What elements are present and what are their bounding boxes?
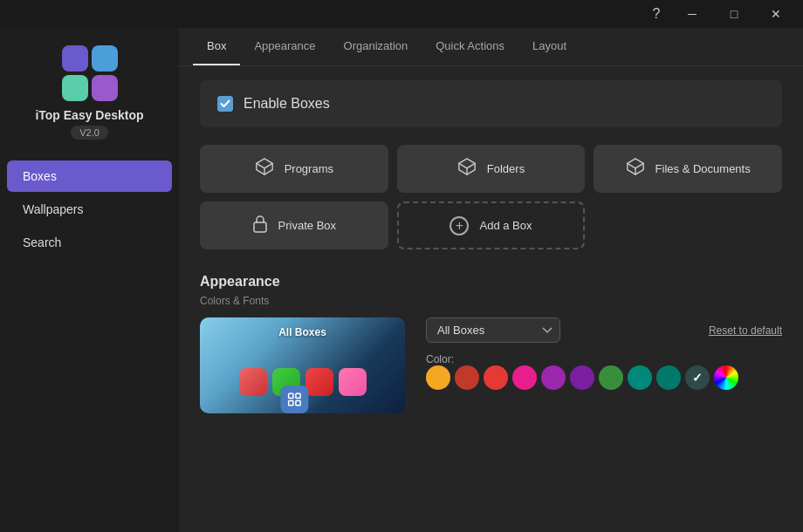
preview-card: All Boxes bbox=[200, 317, 405, 413]
main-layout: iTop Easy Desktop V2.0 Boxes Wallpapers … bbox=[0, 28, 803, 532]
svg-rect-0 bbox=[254, 222, 266, 232]
maximize-button[interactable]: □ bbox=[714, 0, 754, 28]
tab-appearance[interactable]: Appearance bbox=[240, 28, 329, 65]
color-swatch-pink[interactable] bbox=[512, 365, 537, 390]
enable-boxes-checkbox[interactable] bbox=[217, 96, 233, 112]
add-box-button[interactable]: + Add a Box bbox=[397, 201, 586, 249]
enable-boxes-card: Enable Boxes bbox=[200, 80, 782, 127]
help-button[interactable]: ? bbox=[642, 0, 670, 28]
content-area: Box Appearance Organization Quick Action… bbox=[179, 28, 803, 532]
plus-icon: + bbox=[450, 216, 469, 235]
appearance-title: Appearance bbox=[200, 274, 782, 290]
programs-label: Programs bbox=[285, 162, 333, 175]
color-row: Color: bbox=[426, 353, 782, 390]
color-swatch-teal-dark[interactable] bbox=[656, 365, 681, 390]
color-label: Color: bbox=[426, 353, 782, 365]
sidebar-item-boxes-label: Boxes bbox=[23, 169, 57, 183]
color-swatch-teal[interactable] bbox=[628, 365, 652, 390]
close-button[interactable]: ✕ bbox=[756, 0, 796, 28]
files-documents-label: Files & Documents bbox=[655, 162, 751, 175]
folders-button[interactable]: Folders bbox=[397, 145, 586, 193]
preview-bottom-icon bbox=[280, 385, 308, 413]
sidebar-item-wallpapers-label: Wallpapers bbox=[23, 202, 84, 216]
logo-cell-4 bbox=[92, 75, 118, 101]
logo-cell-2 bbox=[92, 45, 118, 72]
sidebar-nav: Boxes Wallpapers Search bbox=[0, 160, 179, 258]
color-swatch-purple-dark[interactable] bbox=[570, 365, 594, 390]
color-swatch-crimson[interactable] bbox=[455, 365, 479, 390]
private-box-button[interactable]: Private Box bbox=[200, 201, 388, 249]
color-swatch-orange[interactable] bbox=[426, 365, 450, 390]
tab-bar: Box Appearance Organization Quick Action… bbox=[179, 28, 803, 66]
reset-to-default-link[interactable]: Reset to default bbox=[709, 324, 782, 337]
sidebar-item-wallpapers[interactable]: Wallpapers bbox=[7, 194, 172, 225]
sidebar-item-search-label: Search bbox=[23, 235, 61, 249]
sidebar-item-search[interactable]: Search bbox=[7, 227, 172, 258]
colors-controls: All Boxes Programs Folders Files & Docum… bbox=[426, 317, 782, 390]
sidebar: iTop Easy Desktop V2.0 Boxes Wallpapers … bbox=[0, 28, 179, 532]
preview-icon-3 bbox=[305, 368, 333, 396]
box-select-dropdown[interactable]: All Boxes Programs Folders Files & Docum… bbox=[426, 317, 560, 343]
cube-icon-programs bbox=[255, 157, 274, 181]
colors-fonts-subtitle: Colors & Fonts bbox=[200, 295, 782, 307]
minimize-button[interactable]: ─ bbox=[672, 0, 712, 28]
svg-rect-2 bbox=[295, 393, 299, 398]
box-grid: Programs Folders bbox=[200, 145, 782, 249]
preview-icon-1 bbox=[239, 368, 267, 396]
lock-icon bbox=[252, 214, 268, 237]
svg-rect-3 bbox=[288, 401, 292, 406]
version-badge: V2.0 bbox=[71, 126, 108, 140]
tab-box[interactable]: Box bbox=[193, 28, 240, 65]
app-name: iTop Easy Desktop bbox=[35, 108, 143, 122]
color-swatch-green-dark[interactable] bbox=[599, 365, 623, 390]
tab-layout[interactable]: Layout bbox=[518, 28, 580, 65]
cube-icon-folders bbox=[457, 157, 477, 181]
color-swatch-red[interactable] bbox=[484, 365, 508, 390]
tab-quick-actions[interactable]: Quick Actions bbox=[422, 28, 518, 65]
programs-button[interactable]: Programs bbox=[200, 145, 388, 193]
color-swatch-dark-teal[interactable] bbox=[685, 365, 710, 390]
sidebar-item-boxes[interactable]: Boxes bbox=[7, 160, 172, 192]
enable-boxes-label: Enable Boxes bbox=[244, 96, 330, 112]
color-swatch-purple-mid[interactable] bbox=[541, 365, 566, 390]
files-documents-button[interactable]: Files & Documents bbox=[594, 145, 782, 193]
colors-fonts-row: All Boxes bbox=[200, 317, 782, 413]
folders-label: Folders bbox=[487, 162, 525, 175]
tab-organization[interactable]: Organization bbox=[330, 28, 422, 65]
preview-title: All Boxes bbox=[278, 326, 326, 338]
svg-rect-1 bbox=[288, 393, 292, 398]
svg-rect-4 bbox=[295, 401, 299, 406]
cube-icon-files bbox=[626, 157, 645, 181]
dropdown-row: All Boxes Programs Folders Files & Docum… bbox=[426, 317, 782, 343]
content-body: Enable Boxes Programs bbox=[179, 66, 803, 532]
appearance-section: Appearance Colors & Fonts All Boxes bbox=[200, 274, 782, 413]
app-logo bbox=[62, 45, 118, 101]
logo-cell-3 bbox=[62, 75, 88, 101]
private-box-label: Private Box bbox=[278, 219, 336, 232]
add-box-label: Add a Box bbox=[479, 219, 532, 232]
color-swatch-rainbow[interactable] bbox=[714, 365, 738, 390]
logo-cell-1 bbox=[62, 45, 88, 72]
title-bar: ? ─ □ ✕ bbox=[0, 0, 803, 28]
color-swatches bbox=[426, 365, 782, 390]
preview-icon-4 bbox=[339, 368, 367, 396]
